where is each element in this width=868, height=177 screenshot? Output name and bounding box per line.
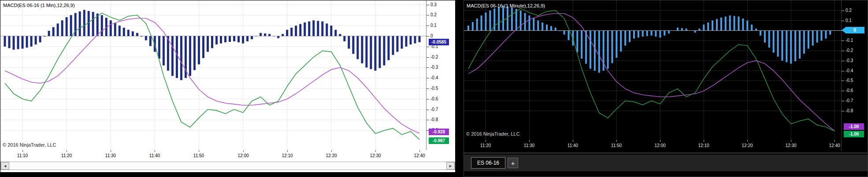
last-value-badge: -0.928	[429, 129, 449, 135]
x-axis-tick	[529, 140, 530, 142]
y-axis-tick	[427, 88, 429, 89]
y-axis-label: -0.2	[430, 55, 438, 60]
right-chart-panel: MACD(ES 06-16 (1 Minute),12,26,9) © 2016…	[464, 0, 868, 177]
add-tab-button[interactable]: +	[508, 158, 518, 168]
macd-histogram	[467, 5, 835, 73]
x-axis-label: 12:20	[323, 153, 340, 158]
y-axis-label: -0.6	[846, 88, 853, 93]
y-axis-tick	[427, 5, 429, 5]
right-price-axis[interactable]: 0.20.10-0.1-0.2-0.3-0.4-0.5-0.6-0.7-0.80…	[841, 0, 868, 151]
x-axis-label: 11:40	[146, 153, 163, 158]
scroll-left-button[interactable]: ◄	[1, 162, 9, 170]
y-axis-tick	[427, 47, 429, 47]
y-axis-tick	[427, 57, 429, 58]
left-copyright: © 2016 NinjaTrader, LLC	[3, 142, 56, 148]
right-indicator-title: MACD(ES 06-16 (1 Minute),12,26,9)	[467, 3, 545, 8]
x-axis-label: 11:50	[608, 143, 625, 148]
left-plot-area[interactable]	[0, 0, 426, 149]
last-value-badge: -0.987	[429, 137, 449, 144]
x-axis-label: 12:30	[782, 143, 800, 148]
y-axis-label: -0.4	[430, 75, 438, 81]
y-axis-label: -0.6	[430, 96, 438, 102]
gridlines	[0, 0, 426, 149]
x-axis-tick	[573, 140, 573, 142]
y-axis-label: -0.7	[846, 98, 853, 103]
y-axis-label: 0.1	[430, 23, 437, 28]
x-axis-tick	[704, 140, 704, 142]
left-macd-plot[interactable]	[0, 0, 426, 149]
x-axis-tick	[616, 140, 617, 142]
y-axis-tick	[842, 21, 844, 21]
y-axis-label: -0.1	[846, 38, 853, 43]
y-axis-tick	[427, 99, 429, 100]
y-axis-label: -0.3	[846, 58, 853, 63]
scrollbar-track[interactable]	[9, 162, 446, 170]
y-axis-tick	[427, 78, 429, 78]
right-macd-plot[interactable]	[464, 0, 841, 140]
x-axis-label: 11:50	[190, 153, 208, 158]
last-value-badge: -1.00	[844, 123, 864, 130]
left-chart-panel: MACD(ES 06-16 (1 Min),12,26,9) © 2016 Ni…	[0, 0, 456, 173]
y-axis-label: 0	[430, 33, 433, 39]
x-axis-tick	[243, 150, 244, 152]
y-axis-label: -0.8	[430, 117, 438, 122]
y-axis-label: 0.2	[846, 8, 852, 13]
right-plot-area[interactable]	[464, 0, 841, 140]
chart-tab-bar: ES 06-16 +	[464, 155, 868, 171]
scroll-right-button[interactable]: ►	[446, 162, 455, 170]
x-axis-label: 12:30	[367, 153, 384, 158]
y-axis-tick	[842, 71, 844, 71]
y-axis-label: -0.5	[846, 78, 853, 83]
x-axis-tick	[22, 150, 23, 152]
x-axis-label: 12:40	[411, 153, 428, 158]
left-price-axis[interactable]: 0.30.20.10-0.1-0.2-0.3-0.4-0.5-0.6-0.7-0…	[426, 0, 455, 150]
x-axis-tick	[791, 140, 791, 142]
x-axis-label: 11:20	[58, 153, 75, 158]
x-axis-tick	[747, 140, 748, 142]
y-axis-tick	[427, 36, 429, 37]
x-axis-tick	[331, 150, 332, 152]
x-axis-tick	[155, 150, 155, 152]
y-axis-tick	[842, 11, 844, 11]
left-indicator-title: MACD(ES 06-16 (1 Min),12,26,9)	[3, 3, 75, 8]
last-value-badge: -0.0585	[429, 39, 449, 45]
y-axis-label: 0.3	[430, 2, 437, 7]
x-axis-label: 11:30	[102, 153, 119, 158]
y-axis-label: -0.4	[846, 68, 853, 74]
x-axis-label: 12:20	[738, 143, 756, 148]
y-axis-label: -0.3	[430, 65, 438, 70]
y-axis-label: 0.1	[846, 18, 852, 23]
x-axis-tick	[287, 150, 288, 152]
y-axis-label: -0.7	[430, 107, 438, 112]
x-axis-label: 12:40	[826, 143, 843, 148]
y-axis-tick	[842, 101, 844, 101]
y-axis-label: -0.5	[430, 86, 438, 91]
y-axis-tick	[842, 91, 844, 91]
screenshot-root: MACD(ES 06-16 (1 Min),12,26,9) © 2016 Ni…	[0, 0, 868, 177]
y-axis-tick	[842, 111, 844, 111]
y-axis-tick	[842, 61, 844, 61]
y-axis-tick	[427, 67, 429, 68]
y-axis-tick	[427, 26, 429, 26]
right-time-axis[interactable]: 11:2011:3011:4011:5012:0012:1012:2012:30…	[464, 140, 841, 151]
x-axis-label: 11:10	[14, 153, 31, 158]
x-axis-tick	[835, 140, 835, 142]
y-axis-label: -0.8	[846, 108, 853, 114]
x-axis-tick	[199, 150, 199, 152]
last-value-badge: 0	[842, 27, 864, 33]
tab-es-06-16[interactable]: ES 06-16	[471, 157, 505, 169]
y-axis-tick	[842, 41, 844, 41]
x-axis-tick	[660, 140, 660, 142]
y-axis-tick	[427, 15, 429, 15]
horizontal-scrollbar[interactable]: ◄ ►	[0, 162, 455, 170]
x-axis-label: 11:30	[520, 143, 538, 148]
right-copyright: © 2016 NinjaTrader, LLC	[466, 131, 519, 136]
last-value-badge: -1.00	[844, 131, 864, 137]
macd-line	[468, 8, 835, 131]
y-axis-tick	[427, 110, 429, 110]
x-axis-label: 12:00	[651, 143, 669, 148]
left-time-axis[interactable]: 11:1011:2011:3011:4011:5012:0012:1012:20…	[0, 150, 426, 161]
x-axis-tick	[375, 150, 376, 152]
x-axis-label: 11:40	[564, 143, 582, 148]
x-axis-label: 12:10	[695, 143, 712, 148]
